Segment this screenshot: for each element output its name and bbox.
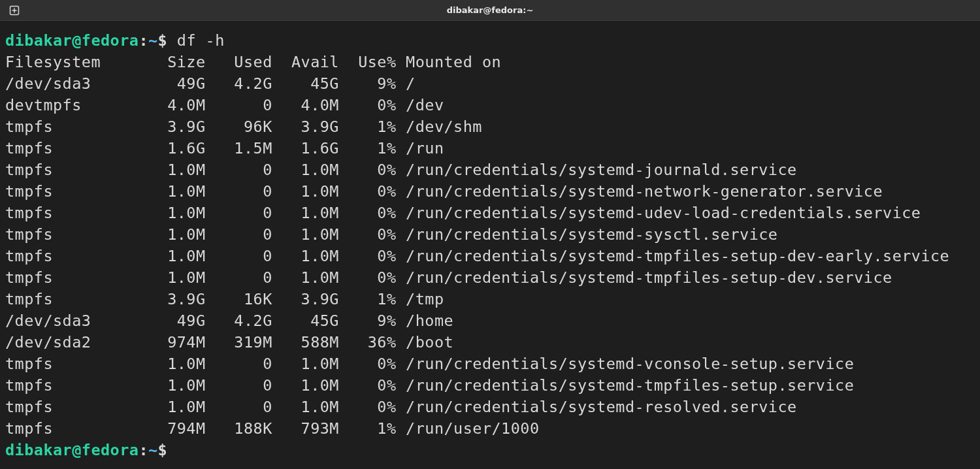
window-titlebar: dibakar@fedora:~ <box>0 0 980 21</box>
df-row: tmpfs 3.9G 96K 3.9G 1% /dev/shm <box>5 116 975 138</box>
prompt-host: fedora <box>82 441 139 459</box>
prompt-at: @ <box>72 31 82 50</box>
df-row: /dev/sda3 49G 4.2G 45G 9% /home <box>5 310 975 332</box>
prompt-user: dibakar <box>5 31 72 50</box>
df-row: tmpfs 1.6G 1.5M 1.6G 1% /run <box>5 138 975 159</box>
prompt-colon: : <box>139 31 148 50</box>
terminal-area[interactable]: dibakar@fedora:~$ df -hFilesystem Size U… <box>0 21 980 461</box>
df-row: tmpfs 1.0M 0 1.0M 0% /run/credentials/sy… <box>5 353 975 375</box>
prompt-symbol: $ <box>158 31 168 50</box>
shell-prompt: dibakar@fedora:~$ <box>5 441 167 459</box>
df-row: devtmpfs 4.0M 0 4.0M 0% /dev <box>5 95 975 116</box>
prompt-symbol: $ <box>158 441 168 459</box>
df-row: tmpfs 1.0M 0 1.0M 0% /run/credentials/sy… <box>5 181 975 202</box>
prompt-host: fedora <box>82 31 139 50</box>
prompt-at: @ <box>72 441 82 459</box>
df-row: tmpfs 1.0M 0 1.0M 0% /run/credentials/sy… <box>5 267 975 289</box>
prompt-user: dibakar <box>5 441 72 459</box>
df-row: tmpfs 1.0M 0 1.0M 0% /run/credentials/sy… <box>5 375 975 396</box>
df-header-row: Filesystem Size Used Avail Use% Mounted … <box>5 52 975 73</box>
shell-prompt: dibakar@fedora:~$ <box>5 31 167 50</box>
command-text: df -h <box>167 31 225 50</box>
command-line: dibakar@fedora:~$ df -h <box>5 30 975 52</box>
prompt-colon: : <box>139 441 148 459</box>
prompt-cwd: ~ <box>148 441 158 459</box>
window-title: dibakar@fedora:~ <box>0 5 980 15</box>
df-row: tmpfs 794M 188K 793M 1% /run/user/1000 <box>5 418 975 440</box>
new-tab-button[interactable] <box>7 3 22 18</box>
plus-box-icon <box>9 5 20 16</box>
df-row: tmpfs 3.9G 16K 3.9G 1% /tmp <box>5 289 975 310</box>
df-row: /dev/sda2 974M 319M 588M 36% /boot <box>5 332 975 353</box>
df-row: /dev/sda3 49G 4.2G 45G 9% / <box>5 73 975 95</box>
command-line: dibakar@fedora:~$ <box>5 440 975 461</box>
df-row: tmpfs 1.0M 0 1.0M 0% /run/credentials/sy… <box>5 159 975 181</box>
cursor-position[interactable] <box>167 441 177 459</box>
df-row: tmpfs 1.0M 0 1.0M 0% /run/credentials/sy… <box>5 396 975 418</box>
df-row: tmpfs 1.0M 0 1.0M 0% /run/credentials/sy… <box>5 202 975 224</box>
prompt-cwd: ~ <box>148 31 158 50</box>
df-row: tmpfs 1.0M 0 1.0M 0% /run/credentials/sy… <box>5 246 975 267</box>
df-row: tmpfs 1.0M 0 1.0M 0% /run/credentials/sy… <box>5 224 975 246</box>
